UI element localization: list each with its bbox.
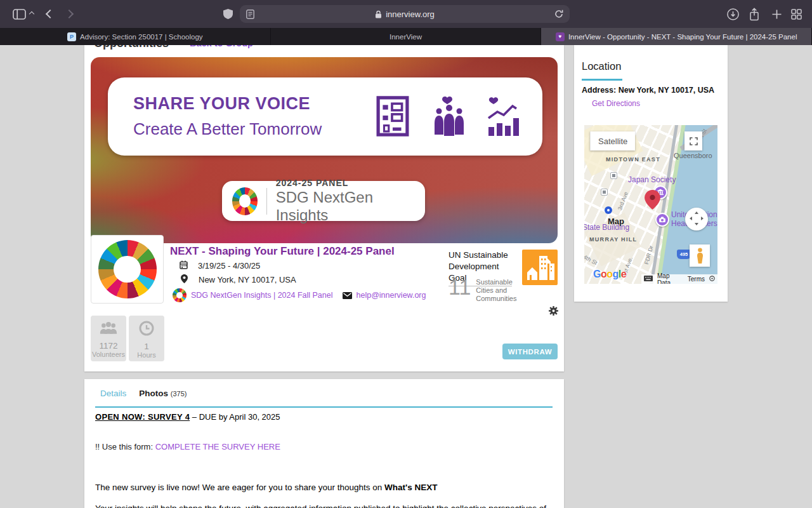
map-label-murray-hill: MURRAY HILL [589, 236, 637, 243]
innerview-favicon: ♥ [556, 32, 565, 41]
keyboard-icon[interactable] [644, 276, 653, 283]
hours-clock-icon [129, 320, 164, 339]
poi-label-japan-society[interactable]: Japan Society [628, 175, 676, 184]
badge-divider [266, 188, 267, 215]
reload-icon[interactable] [554, 5, 563, 23]
schoology-favicon: P [67, 32, 76, 41]
sdg-name: Sustainable Cities and Communities [476, 276, 529, 303]
map-label-midtown-east: MIDTOWN EAST [606, 156, 660, 163]
organization-avatar [173, 288, 187, 302]
pan-control[interactable] [685, 208, 708, 231]
survey-description: The new survey is live now! We are eager… [95, 483, 437, 492]
location-address: Address: New York, NY 10017, USA [582, 86, 714, 95]
attribution-gear-icon[interactable] [709, 276, 715, 283]
new-tab-icon[interactable] [771, 0, 782, 28]
sdg-number: 11 [449, 276, 471, 303]
banner-inner-card: SHARE YOUR VOICE Create A Better Tomorro… [108, 77, 542, 156]
map-label-queensboro: Queensboro [674, 152, 712, 159]
interstate-495-shield: 495 [677, 250, 691, 259]
opportunity-address: New York, NY 10017, USA [199, 275, 296, 284]
contact-email-link[interactable]: help@innerview.org [357, 291, 426, 300]
downloads-icon[interactable] [727, 0, 739, 28]
location-underline [582, 79, 622, 81]
community-people-icon [431, 97, 468, 138]
calendar-icon [180, 260, 188, 271]
opportunity-title: NEXT - Shaping Your Future | 2024-25 Pan… [170, 245, 395, 258]
location-pin-icon [181, 274, 188, 285]
share-icon[interactable] [749, 0, 760, 28]
pegman-streetview[interactable] [690, 244, 710, 267]
volunteers-icon [91, 321, 126, 338]
fullscreen-button[interactable] [684, 131, 702, 150]
tab-innerview[interactable]: InnerView [271, 28, 542, 45]
lock-icon [375, 10, 382, 18]
survey-link[interactable]: COMPLETE THE SURVEY HERE [155, 442, 280, 451]
opportunity-card: Opportunities Back to Group SHARE YOUR V… [84, 45, 564, 371]
google-logo[interactable]: Google [593, 269, 626, 280]
location-heading: Location [582, 60, 621, 72]
map-type-controls: Map Satellite [590, 131, 635, 150]
location-card: Location Address: New York, NY 10017, US… [574, 45, 728, 302]
banner-subheadline: Create A Better Tomorrow [133, 119, 322, 139]
impact-chart-icon [486, 97, 521, 138]
street-label-3rd-ave: 3rd Ave [617, 190, 629, 211]
sidebar-chevron-icon[interactable] [29, 11, 34, 17]
panel-label: 2024-25 PANEL [276, 178, 415, 188]
withdraw-button[interactable]: WITHDRAW [502, 344, 558, 359]
browser-toolbar: innerview.org [0, 0, 812, 28]
google-map[interactable]: 61st St Queensboro MIDTOWN EAST Japan So… [584, 125, 717, 284]
tab-strip: P Advisory: Section 250017 | Schoology I… [0, 28, 812, 45]
tab-overview-icon[interactable] [791, 0, 802, 28]
page-body: Opportunities Back to Group SHARE YOUR V… [0, 45, 812, 508]
back-button[interactable] [47, 0, 53, 28]
details-card: Details Photos (375) OPEN NOW: SURVEY 4 … [84, 379, 564, 508]
email-icon [343, 292, 352, 299]
sdg-wheel-logo [98, 240, 157, 298]
map-data-link[interactable]: Map Data [657, 272, 683, 284]
url-text: innerview.org [386, 10, 435, 19]
settings-gear-icon[interactable] [548, 305, 559, 319]
survey-description-cutoff: Your insights will help shape the future… [95, 504, 546, 508]
tab-photos[interactable]: Photos (375) [139, 389, 187, 398]
reader-icon[interactable] [246, 5, 254, 23]
survey-form-icon [376, 95, 409, 140]
map-pin[interactable] [645, 190, 660, 212]
transit-icon[interactable] [610, 172, 617, 179]
sidebar-toggle-icon[interactable] [13, 9, 26, 20]
organization-logo [91, 235, 164, 304]
back-to-group-link[interactable]: Back to Group [190, 45, 253, 48]
satellite-button[interactable]: Satellite [590, 131, 635, 150]
survey-form-line: !! Use this form: COMPLETE THE SURVEY HE… [95, 442, 280, 451]
forward-button[interactable] [66, 0, 72, 28]
sdg-goal: 11 Sustainable Cities and Communities [449, 276, 529, 303]
organization-link[interactable]: SDG NextGen Insights | 2024 Fall Panel [191, 291, 333, 300]
address-bar[interactable]: innerview.org [240, 5, 570, 23]
privacy-shield-icon[interactable] [223, 0, 233, 28]
survey-open-line: OPEN NOW: SURVEY 4 – DUE by April 30, 20… [95, 412, 280, 422]
hours-stat: 1 Hours [129, 316, 164, 361]
opportunity-banner: SHARE YOUR VOICE Create A Better Tomorro… [91, 57, 558, 243]
terms-link[interactable]: Terms [688, 276, 705, 283]
sdg-wheel-icon [232, 187, 258, 215]
tab-underline [95, 406, 553, 408]
volunteers-stat: 1172 Volunteers [91, 316, 126, 361]
map-attribution: Map Data Terms [641, 274, 717, 284]
transit-icon[interactable] [601, 189, 608, 196]
tab-innerview-opportunity[interactable]: ♥ InnerView - Opportunity - NEXT - Shapi… [541, 28, 812, 45]
tab-schoology[interactable]: P Advisory: Section 250017 | Schoology [0, 28, 271, 45]
page-title: Opportunities [94, 45, 169, 50]
opportunity-dates: 3/19/25 - 4/30/25 [198, 261, 260, 271]
panel-badge: 2024-25 PANEL SDG NextGen Insights [222, 181, 425, 221]
get-directions-link[interactable]: Get Directions [592, 99, 640, 108]
sdg11-tile-icon [522, 250, 558, 285]
tab-details[interactable]: Details [100, 389, 126, 398]
banner-headline: SHARE YOUR VOICE [133, 94, 310, 114]
panel-title: SDG NextGen Insights [276, 189, 415, 224]
